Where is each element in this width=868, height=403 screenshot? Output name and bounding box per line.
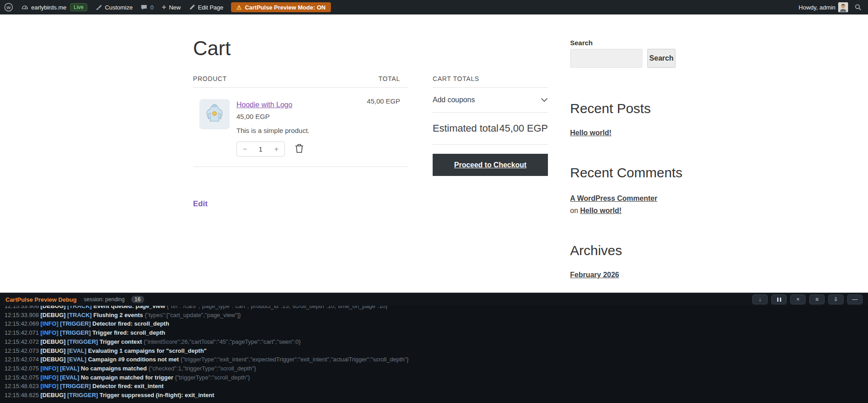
admin-avatar	[838, 2, 848, 12]
edit-page-menu[interactable]: Edit Page	[185, 0, 227, 14]
recent-comments-title: Recent Comments	[570, 165, 697, 180]
search-widget-label: Search	[570, 39, 697, 47]
wordpress-logo-icon: W	[4, 3, 13, 12]
log-time: 12:15:42.073	[5, 347, 41, 354]
quantity-value[interactable]: 1	[259, 145, 262, 153]
recent-comment-entry: A WordPress Commenter on Hello world!	[570, 192, 667, 217]
download-button[interactable]: ⇩	[828, 294, 844, 304]
search-icon	[854, 4, 862, 11]
svg-text:W: W	[7, 5, 11, 10]
edit-page-label: Edit Page	[198, 4, 223, 11]
log-row: 12:15:42.071 [INFO] [TRIGGER] Trigger fi…	[5, 328, 868, 337]
log-row: 12:15:42.072 [DEBUG] [TRIGGER] Trigger c…	[5, 337, 868, 346]
log-level: [DEBUG]	[41, 312, 67, 318]
quantity-stepper[interactable]: − 1 +	[236, 142, 285, 156]
log-time: 12:15:42.075	[5, 374, 41, 381]
estimated-total-label: Estimated total	[433, 123, 499, 134]
log-payload: {"triggerType":"scroll_depth"}	[175, 374, 250, 381]
search-input[interactable]	[570, 49, 642, 68]
estimated-total-value: 45,00 EGP	[499, 123, 548, 134]
debug-console-title: CartPulse Preview Debug	[5, 296, 77, 303]
log-tag: [EVAL]	[67, 356, 88, 363]
admin-bar-right: Howdy, admin	[796, 0, 868, 14]
comment-author-link[interactable]: A WordPress Commenter	[570, 194, 657, 202]
log-payload: {"triggerType":"exit_intent","expectedTr…	[180, 356, 409, 363]
log-time: 12:15:42.071	[5, 329, 41, 336]
admin-search-toggle[interactable]	[851, 0, 868, 14]
log-level: [DEBUG]	[41, 356, 67, 363]
product-column-header: PRODUCT	[193, 75, 227, 82]
scroll-to-bottom-button[interactable]: ↓	[752, 294, 768, 304]
table-bottom-divider	[193, 166, 409, 167]
cart-totals-panel: CART TOTALS Add coupons Estimated total …	[433, 75, 548, 176]
comment-connector: on	[570, 207, 580, 214]
log-payload: {"checked":1,"triggerType":"scroll_depth…	[148, 365, 256, 372]
wp-admin-bar: W earlybirds.me Live Customize	[0, 0, 868, 14]
log-payload: {"intentScore":26,"cartTotal":"45","page…	[144, 338, 301, 345]
chevron-down-icon	[541, 96, 548, 104]
product-description: This is a simple product.	[236, 127, 409, 134]
log-level: [DEBUG]	[41, 306, 67, 309]
remove-item-button[interactable]	[295, 143, 304, 155]
log-level: [DEBUG]	[41, 347, 67, 354]
log-level: [DEBUG]	[41, 392, 67, 398]
log-message: Detector fired: scroll_depth	[92, 320, 169, 327]
cart-table-header: PRODUCT TOTAL	[193, 75, 409, 88]
comment-count: 0	[150, 4, 153, 11]
customize-menu[interactable]: Customize	[91, 0, 137, 14]
menu-button[interactable]: ≡	[809, 294, 825, 304]
minimize-button[interactable]: —	[847, 294, 863, 304]
cartpulse-preview-mode-badge[interactable]: ⚠ CartPulse Preview Mode: ON	[231, 2, 331, 12]
search-button[interactable]: Search	[647, 49, 675, 68]
edit-cart-link[interactable]: Edit	[193, 199, 208, 209]
archives-title: Archives	[570, 243, 697, 258]
log-row: 12:15:48.625 [DEBUG] [TRIGGER] Trigger s…	[5, 391, 868, 400]
debug-console-actions: ↓×≡⇩—	[752, 294, 863, 304]
proceed-to-checkout-button[interactable]: Proceed to Checkout	[433, 154, 548, 176]
archive-link[interactable]: February 2026	[570, 271, 619, 279]
log-tag: [TRIGGER]	[67, 338, 100, 345]
recent-post-link[interactable]: Hello world!	[570, 129, 612, 137]
comment-post-link[interactable]: Hello world!	[580, 207, 622, 214]
log-time: 12:15:48.625	[5, 392, 41, 398]
pause-button[interactable]	[771, 294, 787, 304]
wordpress-logo-menu[interactable]: W	[0, 0, 17, 14]
recent-posts-title: Recent Posts	[570, 101, 697, 116]
log-row: 12:15:33.908 [DEBUG] [TRACK] Flushing 2 …	[5, 311, 868, 320]
new-content-menu[interactable]: + New	[158, 0, 185, 14]
product-image[interactable]	[199, 99, 230, 129]
log-payload: {"url":"/cart/","page_type":"cart","prod…	[167, 306, 387, 309]
quantity-increase-button[interactable]: +	[274, 145, 278, 153]
log-tag: [TRIGGER]	[67, 392, 100, 398]
debug-log-list[interactable]: 12:15:33.906 [DEBUG] [TRACK] Event queue…	[0, 306, 868, 403]
page-title: Cart	[193, 37, 231, 60]
quantity-decrease-button[interactable]: −	[243, 145, 247, 153]
session-status: session: pending	[84, 296, 125, 303]
log-message: Trigger context	[99, 338, 144, 345]
log-message: No campaign matched for trigger	[81, 374, 175, 381]
clear-button[interactable]: ×	[790, 294, 806, 304]
add-coupons-toggle[interactable]: Add coupons	[433, 88, 548, 113]
preview-mode-label: CartPulse Preview Mode: ON	[245, 4, 326, 11]
add-coupons-label: Add coupons	[433, 96, 475, 104]
product-name-link[interactable]: Hoodie with Logo	[236, 101, 292, 109]
log-time: 12:15:33.906	[5, 306, 41, 309]
log-payload: {"types":["cart_update","page_view"]}	[145, 312, 241, 318]
site-menu[interactable]: earlybirds.me Live	[17, 0, 91, 14]
recent-posts-widget: Recent Posts Hello world!	[570, 101, 697, 137]
log-message: Campaign #9 conditions not met	[88, 356, 180, 363]
account-menu[interactable]: Howdy, admin	[796, 0, 851, 14]
sidebar: Search Search Recent Posts Hello world! …	[570, 39, 697, 321]
comments-menu[interactable]: 0	[137, 0, 157, 14]
search-widget: Search	[570, 49, 697, 68]
log-time: 12:15:48.623	[5, 383, 41, 389]
log-level: [INFO]	[41, 365, 60, 372]
log-tag: [EVAL]	[67, 347, 88, 354]
pencil-icon	[189, 4, 195, 10]
log-row: 12:15:42.074 [DEBUG] [EVAL] Campaign #9 …	[5, 355, 868, 364]
log-count-badge: 16	[131, 296, 144, 303]
customize-label: Customize	[105, 4, 132, 11]
quantity-row: − 1 +	[236, 142, 409, 156]
log-tag: [TRIGGER]	[60, 320, 93, 327]
new-label: New	[169, 4, 181, 11]
